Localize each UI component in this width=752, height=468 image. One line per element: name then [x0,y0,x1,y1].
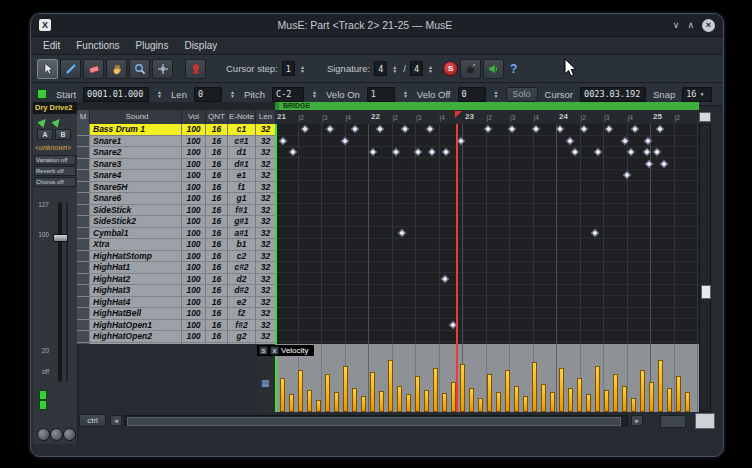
velo-off-spinner[interactable]: ▲▼ [492,90,501,98]
velocity-bar[interactable] [640,370,645,412]
note-diamond[interactable] [484,125,492,133]
note-diamond[interactable] [660,159,668,167]
controller-select-button[interactable]: S [259,346,268,355]
velocity-bar[interactable] [676,376,681,412]
close-button[interactable]: × [702,19,715,32]
note-diamond[interactable] [341,136,349,144]
note-diamond[interactable] [644,136,652,144]
drum-sound-cell[interactable]: Snare1 [89,136,181,147]
scroll-left-icon[interactable]: ◂ [110,415,122,426]
drum-sound-cell[interactable]: HighHatOpen2 [89,331,181,342]
pitch-spinner[interactable]: ▲▼ [310,90,319,98]
velocity-bar[interactable] [667,388,672,412]
velocity-bar[interactable] [307,390,312,412]
drum-row[interactable]: Snare610016g132 [77,193,275,205]
velocity-bar[interactable] [514,386,519,412]
drum-m-cell[interactable] [77,308,89,319]
note-diamond[interactable] [401,125,409,133]
drum-qnt-cell[interactable]: 16 [205,124,227,135]
drum-enote-cell[interactable]: c2 [227,251,255,262]
note-diamond[interactable] [532,125,540,133]
velocity-bar[interactable] [568,388,573,412]
cursor-step-value[interactable]: 1 [282,61,295,76]
drum-enote-cell[interactable]: g#2 [227,343,255,345]
drum-len-cell[interactable]: 32 [255,124,275,135]
menu-item-plugins[interactable]: Plugins [136,40,169,51]
velocity-bar[interactable] [406,394,411,412]
drum-len-cell[interactable]: 32 [255,182,275,193]
drum-vol-cell[interactable]: 100 [181,274,205,285]
velocity-bar[interactable] [415,376,420,412]
note-diamond[interactable] [643,148,651,156]
drum-row[interactable]: Snare5H10016f132 [77,182,275,194]
drum-row[interactable]: Xtra10016b132 [77,239,275,251]
drum-m-cell[interactable] [77,343,89,345]
drum-len-cell[interactable]: 32 [255,308,275,319]
drum-len-cell[interactable]: 32 [255,136,275,147]
drum-m-cell[interactable] [77,320,89,331]
drum-m-cell[interactable] [77,136,89,147]
arrow-up-icon[interactable] [51,116,62,127]
drum-sound-cell[interactable]: HighHat3 [89,285,181,296]
drum-row[interactable]: HighHat110016c#232 [77,262,275,274]
drum-qnt-cell[interactable]: 16 [205,262,227,273]
drum-row[interactable]: SideStick10016f#132 [77,205,275,217]
menu-item-display[interactable]: Display [184,40,217,51]
drum-row[interactable]: HighHat210016d232 [77,274,275,286]
drum-m-cell[interactable] [77,297,89,308]
note-diamond[interactable] [631,125,639,133]
velocity-bar[interactable] [604,390,609,412]
velo-off-field[interactable]: 0 [458,87,486,102]
drum-enote-cell[interactable]: g2 [227,331,255,342]
velocity-bar[interactable] [460,364,465,412]
note-diamond[interactable] [594,148,602,156]
velocity-bar[interactable] [334,392,339,412]
drum-len-cell[interactable]: 32 [255,285,275,296]
drum-m-cell[interactable] [77,251,89,262]
note-diamond[interactable] [556,125,564,133]
drum-m-cell[interactable] [77,216,89,227]
drum-len-cell[interactable]: 32 [255,320,275,331]
pitch-field[interactable]: C-2 [272,87,304,102]
note-diamond[interactable] [398,228,406,236]
drum-len-cell[interactable]: 32 [255,331,275,342]
drum-qnt-cell[interactable]: 16 [205,251,227,262]
titlebar[interactable]: X MusE: Part <Track 2> 21-25 — MusE ∨ ∧ … [31,14,723,37]
drum-enote-cell[interactable]: g1 [227,193,255,204]
velocity-bar[interactable] [685,392,690,412]
drum-vol-cell[interactable]: 100 [181,147,205,158]
note-diamond[interactable] [653,148,661,156]
pan-tool[interactable] [106,59,127,79]
timeline-ruler[interactable]: 21|2|3|422|2|3|423|2|3|424|2|3|425|2 [275,110,699,125]
note-diamond[interactable] [645,159,653,167]
drum-enote-cell[interactable]: f#2 [227,320,255,331]
drum-sound-cell[interactable]: Xtra [89,239,181,250]
patch-name-label[interactable]: <unknown> [35,144,77,151]
note-diamond[interactable] [656,125,664,133]
menu-item-edit[interactable]: Edit [43,40,60,51]
drum-m-cell[interactable] [77,147,89,158]
eraser-tool[interactable] [83,59,104,79]
drum-row[interactable]: HighHatStomp10016c232 [77,251,275,263]
drum-enote-cell[interactable]: a#1 [227,228,255,239]
pencil-tool[interactable] [60,59,81,79]
note-diamond[interactable] [301,125,309,133]
drum-sound-cell[interactable]: Snare6 [89,193,181,204]
drum-enote-cell[interactable]: d#1 [227,159,255,170]
velocity-bar[interactable] [352,388,357,412]
drum-sound-cell[interactable]: Snare3 [89,159,181,170]
drum-sound-cell[interactable]: Snare2 [89,147,181,158]
note-diamond[interactable] [623,171,631,179]
drum-sound-cell[interactable]: HighHatOpen1 [89,320,181,331]
velocity-bar[interactable] [478,398,483,412]
velocity-bar[interactable] [469,388,474,412]
speaker-icon[interactable] [483,59,504,79]
drum-qnt-cell[interactable]: 16 [205,205,227,216]
velocity-bar[interactable] [613,374,618,412]
drum-m-cell[interactable] [77,331,89,342]
drum-len-cell[interactable]: 32 [255,205,275,216]
signature-numerator[interactable]: 4 [374,61,387,76]
s-button[interactable]: S [443,61,458,76]
drum-qnt-cell[interactable]: 16 [205,331,227,342]
drum-row[interactable]: HighHatBell10016f232 [77,308,275,320]
